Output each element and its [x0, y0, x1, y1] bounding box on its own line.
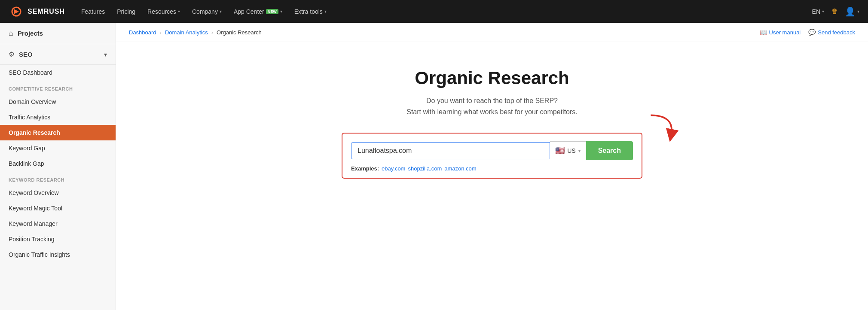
chevron-down-icon: ▾ [578, 149, 581, 153]
sidebar-item-backlink-gap[interactable]: Backlink Gap [0, 156, 116, 171]
search-input[interactable] [351, 142, 550, 159]
sidebar-item-keyword-manager[interactable]: Keyword Manager [0, 216, 116, 231]
sidebar-item-organic-traffic-insights[interactable]: Organic Traffic Insights [0, 247, 116, 262]
send-feedback-link[interactable]: 💬 Send feedback [808, 29, 855, 36]
nav-company[interactable]: Company ▾ [192, 8, 222, 15]
language-selector[interactable]: EN ▾ [812, 8, 824, 15]
user-menu[interactable]: 👤 ▾ [845, 6, 859, 17]
sidebar: ⌂ Projects ⚙ SEO ▾ SEO Dashboard COMPETI… [0, 23, 116, 310]
red-arrow-icon [647, 111, 683, 148]
nav-resources[interactable]: Resources ▾ [147, 8, 180, 15]
new-badge: NEW [266, 9, 278, 14]
example-amazon[interactable]: amazon.com [444, 165, 476, 172]
sidebar-item-keyword-overview[interactable]: Keyword Overview [0, 185, 116, 201]
sidebar-item-domain-overview[interactable]: Domain Overview [0, 94, 116, 109]
projects-label: Projects [18, 30, 43, 37]
sidebar-seo[interactable]: ⚙ SEO ▾ [0, 44, 116, 65]
examples-label: Examples: [351, 165, 379, 172]
sidebar-item-organic-research[interactable]: Organic Research [0, 125, 116, 140]
search-container: 🇺🇸 US ▾ Search Examples: ebay.com shopzi… [342, 133, 642, 179]
sidebar-projects[interactable]: ⌂ Projects [0, 23, 116, 44]
sub-header-actions: 📖 User manual 💬 Send feedback [760, 29, 855, 36]
page-body: Organic Research Do you want to reach th… [116, 42, 868, 310]
chevron-down-icon: ▾ [324, 9, 327, 14]
sidebar-item-keyword-magic-tool[interactable]: Keyword Magic Tool [0, 201, 116, 216]
user-manual-link[interactable]: 📖 User manual [760, 29, 801, 36]
example-shopzilla[interactable]: shopzilla.com [408, 165, 442, 172]
app-layout: ⌂ Projects ⚙ SEO ▾ SEO Dashboard COMPETI… [0, 23, 868, 310]
chat-icon: 💬 [808, 29, 816, 36]
breadcrumb-separator: › [160, 29, 162, 36]
breadcrumb-dashboard[interactable]: Dashboard [129, 29, 156, 36]
breadcrumb: Dashboard › Domain Analytics › Organic R… [129, 29, 262, 36]
chevron-down-icon: ▾ [822, 9, 824, 14]
nav-app-center[interactable]: App Center NEW ▾ [234, 8, 282, 15]
main-content: Dashboard › Domain Analytics › Organic R… [116, 23, 868, 310]
chevron-down-icon: ▾ [178, 9, 180, 14]
sidebar-group-keyword-research: KEYWORD RESEARCH [0, 171, 116, 185]
breadcrumb-domain-analytics[interactable]: Domain Analytics [165, 29, 208, 36]
top-navigation: SEMRUSH Features Pricing Resources ▾ Com… [0, 0, 868, 23]
nav-right-section: EN ▾ ♛ 👤 ▾ [812, 6, 859, 17]
sidebar-item-keyword-gap[interactable]: Keyword Gap [0, 140, 116, 156]
page-subtitle: Do you want to reach the top of the SERP… [406, 95, 578, 117]
sidebar-group-competitive-research: COMPETITIVE RESEARCH [0, 80, 116, 94]
search-row: 🇺🇸 US ▾ Search [351, 141, 633, 160]
examples-row: Examples: ebay.com shopzilla.com amazon.… [351, 165, 633, 172]
crown-icon[interactable]: ♛ [831, 7, 838, 16]
sidebar-item-position-tracking[interactable]: Position Tracking [0, 231, 116, 247]
logo[interactable]: SEMRUSH [9, 4, 65, 19]
chevron-down-icon: ▾ [104, 51, 107, 58]
nav-pricing[interactable]: Pricing [117, 8, 135, 15]
example-ebay[interactable]: ebay.com [382, 165, 405, 172]
breadcrumb-current: Organic Research [217, 29, 262, 36]
search-area: 🇺🇸 US ▾ Search Examples: ebay.com shopzi… [342, 133, 642, 179]
nav-extra-tools[interactable]: Extra tools ▾ [294, 8, 327, 15]
search-button[interactable]: Search [586, 141, 633, 160]
chevron-down-icon: ▾ [280, 9, 282, 14]
breadcrumb-separator: › [211, 29, 213, 36]
nav-features[interactable]: Features [81, 8, 105, 15]
sub-header: Dashboard › Domain Analytics › Organic R… [116, 23, 868, 42]
seo-icon: ⚙ [9, 50, 15, 58]
country-selector[interactable]: 🇺🇸 US ▾ [550, 141, 586, 160]
seo-label: SEO [19, 51, 33, 58]
sidebar-item-seo-dashboard[interactable]: SEO Dashboard [0, 65, 116, 80]
page-title: Organic Research [415, 68, 569, 88]
sidebar-item-traffic-analytics[interactable]: Traffic Analytics [0, 109, 116, 125]
country-code: US [567, 147, 575, 154]
book-icon: 📖 [760, 29, 767, 36]
chevron-down-icon: ▾ [857, 9, 859, 14]
logo-text: SEMRUSH [28, 8, 65, 15]
chevron-down-icon: ▾ [220, 9, 222, 14]
home-icon: ⌂ [9, 29, 13, 38]
us-flag-icon: 🇺🇸 [555, 146, 565, 155]
